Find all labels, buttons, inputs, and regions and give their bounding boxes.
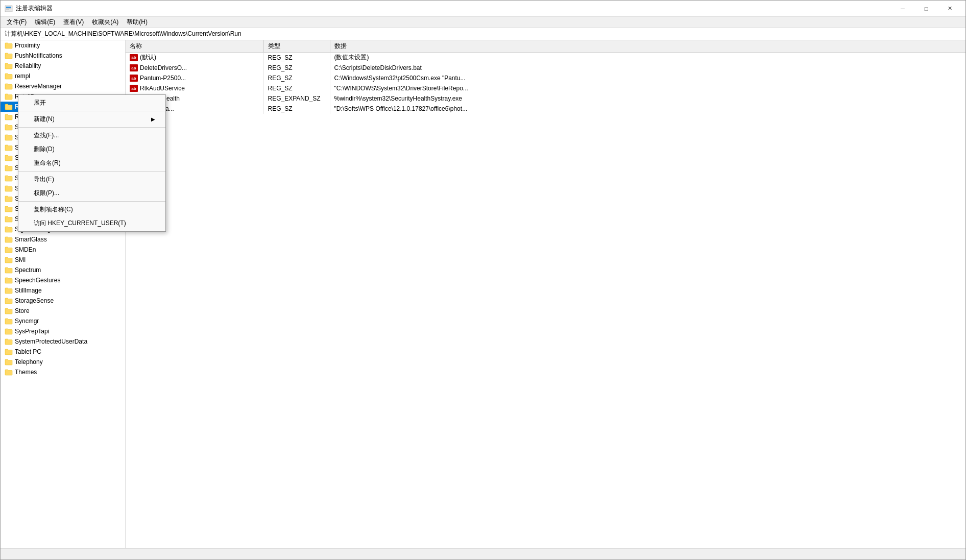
ctx-find[interactable]: 查找(F)... <box>18 129 165 142</box>
folder-icon <box>5 52 13 60</box>
sidebar-item-rempl[interactable]: rempl <box>1 71 125 81</box>
sidebar-label: ReserveManager <box>15 83 62 90</box>
folder-icon <box>5 92 13 101</box>
folder-icon <box>5 368 13 376</box>
sidebar-item-themes[interactable]: Themes <box>1 367 125 377</box>
col-type[interactable]: 类型 <box>263 40 330 53</box>
folder-icon <box>5 276 13 284</box>
sidebar-label: SystemProtectedUserData <box>15 338 87 345</box>
sidebar-item-stillimage[interactable]: StillImage <box>1 285 125 296</box>
sidebar-item-tabletpc[interactable]: Tablet PC <box>1 347 125 357</box>
table-row[interactable]: ab...otoautoa...REG_SZ"D:\Softs\WPS Offi… <box>126 104 965 114</box>
sidebar-item-store[interactable]: Store <box>1 306 125 316</box>
sidebar-label: StillImage <box>15 287 42 294</box>
reg-value-icon: ab <box>130 85 138 92</box>
reg-data-cell: C:\Scripts\DeleteDiskDrivers.bat <box>330 63 965 73</box>
sidebar-label: StorageSense <box>15 297 54 304</box>
menu-file[interactable]: 文件(F) <box>3 17 31 28</box>
minimize-button[interactable]: ─ <box>891 1 914 17</box>
folder-icon <box>5 235 13 244</box>
reg-type-cell: REG_SZ <box>263 53 330 63</box>
ctx-access-hkcu[interactable]: 访问 HKEY_CURRENT_USER(T) <box>18 216 165 230</box>
sidebar-item-reservemanager[interactable]: ReserveManager <box>1 81 125 91</box>
folder-icon <box>5 337 13 346</box>
sidebar-item-smi[interactable]: SMI <box>1 255 125 265</box>
right-panel: 名称 类型 数据 ab(默认)REG_SZ(数值未设置)abDeleteDriv… <box>126 40 965 548</box>
sidebar-item-spectrum[interactable]: Spectrum <box>1 265 125 275</box>
title-bar: 注册表编辑器 ─ □ ✕ <box>1 1 965 17</box>
title-bar-left: 注册表编辑器 <box>5 4 53 13</box>
sidebar-item-storagesense[interactable]: StorageSense <box>1 296 125 306</box>
menu-help[interactable]: 帮助(H) <box>123 17 152 28</box>
ctx-export[interactable]: 导出(E) <box>18 173 165 186</box>
svg-rect-1 <box>6 7 11 8</box>
col-name[interactable]: 名称 <box>126 40 263 53</box>
folder-icon <box>5 225 13 233</box>
folder-icon <box>5 246 13 254</box>
ctx-new[interactable]: 新建(N) ▶ <box>18 112 165 126</box>
reg-value-icon: ab <box>130 64 138 71</box>
reg-value-icon: ab <box>130 54 138 61</box>
ctx-new-label: 新建(N) <box>34 115 55 124</box>
table-row[interactable]: abSecurityHealthREG_EXPAND_SZ%windir%\sy… <box>126 93 965 104</box>
sidebar-item-smden[interactable]: SMDEn <box>1 245 125 255</box>
ctx-delete-label: 删除(D) <box>34 145 55 154</box>
folder-icon <box>5 154 13 162</box>
reg-type-cell: REG_EXPAND_SZ <box>263 93 330 104</box>
ctx-separator-1 <box>18 111 165 111</box>
ctx-copy-name[interactable]: 复制项名称(C) <box>18 203 165 216</box>
table-row[interactable]: abDeleteDriversO...REG_SZC:\Scripts\Dele… <box>126 63 965 73</box>
sidebar-item-smartglass[interactable]: SmartGlass <box>1 234 125 245</box>
sidebar-label: PushNotifications <box>15 52 62 59</box>
col-data[interactable]: 数据 <box>330 40 965 53</box>
ctx-access-hkcu-label: 访问 HKEY_CURRENT_USER(T) <box>34 219 126 228</box>
folder-icon <box>5 133 13 141</box>
svg-rect-2 <box>6 8 11 9</box>
ctx-rename-label: 重命名(R) <box>34 159 61 167</box>
folder-icon <box>5 174 13 182</box>
context-menu: 展开 新建(N) ▶ 查找(F)... 删除(D) 重命名(R) 导出(E) <box>18 94 166 232</box>
sidebar-item-syncmgr[interactable]: Syncmgr <box>1 316 125 326</box>
sidebar-item-syspreptapi[interactable]: SysPrepTapi <box>1 326 125 336</box>
folder-icon <box>5 164 13 172</box>
reg-name-text: Pantum-P2500... <box>140 75 186 82</box>
ctx-permissions[interactable]: 权限(P)... <box>18 186 165 200</box>
sidebar-label: SMDEn <box>15 246 36 253</box>
reg-name-cell: abDeleteDriversO... <box>126 63 263 73</box>
table-row[interactable]: ab(默认)REG_SZ(数值未设置) <box>126 53 965 63</box>
table-row[interactable]: abRtkAudUServiceREG_SZ"C:\WINDOWS\System… <box>126 83 965 93</box>
sidebar-item-proximity[interactable]: Proximity <box>1 40 125 51</box>
registry-table[interactable]: 名称 类型 数据 ab(默认)REG_SZ(数值未设置)abDeleteDriv… <box>126 40 965 548</box>
folder-icon <box>5 327 13 335</box>
menu-favorites[interactable]: 收藏夹(A) <box>88 17 123 28</box>
registry-editor-window: 注册表编辑器 ─ □ ✕ 文件(F) 编辑(E) 查看(V) 收藏夹(A) 帮助… <box>0 0 966 560</box>
ctx-export-label: 导出(E) <box>34 175 54 184</box>
folder-icon <box>5 184 13 192</box>
folder-icon <box>5 41 13 50</box>
ctx-expand-label: 展开 <box>34 99 46 107</box>
ctx-rename[interactable]: 重命名(R) <box>18 156 165 170</box>
sidebar-item-systemprotected[interactable]: SystemProtectedUserData <box>1 336 125 347</box>
folder-icon <box>5 266 13 274</box>
folder-icon <box>5 358 13 366</box>
menu-bar: 文件(F) 编辑(E) 查看(V) 收藏夹(A) 帮助(H) <box>1 17 965 28</box>
sidebar-label: Store <box>15 307 30 314</box>
close-button[interactable]: ✕ <box>938 1 961 17</box>
folder-icon <box>5 62 13 70</box>
sidebar-item-pushnotifications[interactable]: PushNotifications <box>1 51 125 61</box>
sidebar-label: Telephony <box>15 358 43 366</box>
ctx-separator-4 <box>18 201 165 202</box>
folder-icon <box>5 194 13 203</box>
sidebar-item-reliability[interactable]: Reliability <box>1 61 125 71</box>
sidebar-label: rempl <box>15 72 30 80</box>
menu-view[interactable]: 查看(V) <box>59 17 88 28</box>
ctx-expand[interactable]: 展开 <box>18 96 165 110</box>
maximize-button[interactable]: □ <box>914 1 938 17</box>
reg-name-text: (默认) <box>140 53 156 62</box>
sidebar-item-telephony[interactable]: Telephony <box>1 357 125 367</box>
table-row[interactable]: abPantum-P2500...REG_SZC:\Windows\System… <box>126 73 965 83</box>
menu-edit[interactable]: 编辑(E) <box>31 17 59 28</box>
sidebar-label: Syncmgr <box>15 318 39 325</box>
sidebar-item-speechgestures[interactable]: SpeechGestures <box>1 275 125 285</box>
ctx-delete[interactable]: 删除(D) <box>18 142 165 156</box>
